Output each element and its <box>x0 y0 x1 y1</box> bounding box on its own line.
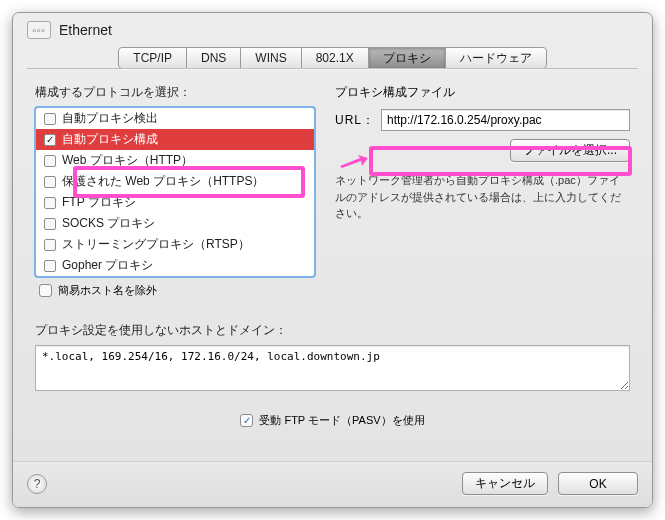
pac-title: プロキシ構成ファイル <box>335 84 630 101</box>
protocol-row[interactable]: SOCKS プロキシ <box>36 213 314 234</box>
ethernet-icon: ooo <box>27 21 51 39</box>
protocol-row[interactable]: ✓自動プロキシ構成 <box>36 129 314 150</box>
protocol-row[interactable]: 保護された Web プロキシ（HTTPS） <box>36 171 314 192</box>
exclude-simple-hostnames-checkbox[interactable] <box>39 284 52 297</box>
protocol-label: Gopher プロキシ <box>62 257 153 274</box>
protocol-label: FTP プロキシ <box>62 194 136 211</box>
protocol-label: SOCKS プロキシ <box>62 215 155 232</box>
help-button[interactable]: ? <box>27 474 47 494</box>
interface-name: Ethernet <box>59 22 112 38</box>
tab-DNS[interactable]: DNS <box>187 48 241 68</box>
tab-TCP/IP[interactable]: TCP/IP <box>119 48 187 68</box>
protocol-label: 自動プロキシ検出 <box>62 110 158 127</box>
protocols-title: 構成するプロトコルを選択： <box>35 84 315 101</box>
protocol-label: ストリーミングプロキシ（RTSP） <box>62 236 250 253</box>
sheet-body: 構成するプロトコルを選択： 自動プロキシ検出✓自動プロキシ構成Web プロキシ（… <box>13 70 652 461</box>
protocol-row[interactable]: FTP プロキシ <box>36 192 314 213</box>
tab-プロキシ[interactable]: プロキシ <box>369 48 446 68</box>
pac-description: ネットワーク管理者から自動プロキシ構成（.pac）ファイルのアドレスが提供されて… <box>335 172 630 222</box>
tabs-row: TCP/IPDNSWINS802.1Xプロキシハードウェア <box>13 43 652 69</box>
sheet-header: ooo Ethernet <box>13 13 652 43</box>
protocol-row[interactable]: Web プロキシ（HTTP） <box>36 150 314 171</box>
url-label: URL： <box>335 112 375 129</box>
protocol-label: 保護された Web プロキシ（HTTPS） <box>62 173 264 190</box>
bypass-input[interactable] <box>35 345 630 391</box>
ok-button[interactable]: OK <box>558 472 638 495</box>
protocol-checkbox[interactable] <box>44 113 56 125</box>
protocol-label: Web プロキシ（HTTP） <box>62 152 193 169</box>
protocol-row[interactable]: ストリーミングプロキシ（RTSP） <box>36 234 314 255</box>
exclude-simple-hostnames-label: 簡易ホスト名を除外 <box>58 283 157 298</box>
protocol-checkbox[interactable] <box>44 239 56 251</box>
protocol-checkbox[interactable] <box>44 176 56 188</box>
protocol-checkbox[interactable]: ✓ <box>44 134 56 146</box>
cancel-button[interactable]: キャンセル <box>462 472 548 495</box>
pasv-checkbox[interactable]: ✓ <box>240 414 253 427</box>
preferences-sheet: ooo Ethernet TCP/IPDNSWINS802.1Xプロキシハードウ… <box>12 12 653 508</box>
protocol-label: 自動プロキシ構成 <box>62 131 158 148</box>
protocol-checkbox[interactable] <box>44 155 56 167</box>
protocol-checkbox[interactable] <box>44 260 56 272</box>
tab-802.1X[interactable]: 802.1X <box>302 48 369 68</box>
tab-WINS[interactable]: WINS <box>241 48 301 68</box>
protocol-row[interactable]: 自動プロキシ検出 <box>36 108 314 129</box>
pasv-label: 受動 FTP モード（PASV）を使用 <box>259 413 424 428</box>
tab-ハードウェア[interactable]: ハードウェア <box>446 48 546 68</box>
protocol-checkbox[interactable] <box>44 218 56 230</box>
sheet-footer: ? キャンセル OK <box>13 461 652 507</box>
protocol-checkbox[interactable] <box>44 197 56 209</box>
protocol-row[interactable]: Gopher プロキシ <box>36 255 314 276</box>
bypass-label: プロキシ設定を使用しないホストとドメイン： <box>35 322 630 339</box>
choose-file-button[interactable]: ファイルを選択... <box>510 139 630 162</box>
protocols-list[interactable]: 自動プロキシ検出✓自動プロキシ構成Web プロキシ（HTTP）保護された Web… <box>35 107 315 277</box>
pac-url-input[interactable] <box>381 109 630 131</box>
tab-bar: TCP/IPDNSWINS802.1Xプロキシハードウェア <box>118 47 546 69</box>
